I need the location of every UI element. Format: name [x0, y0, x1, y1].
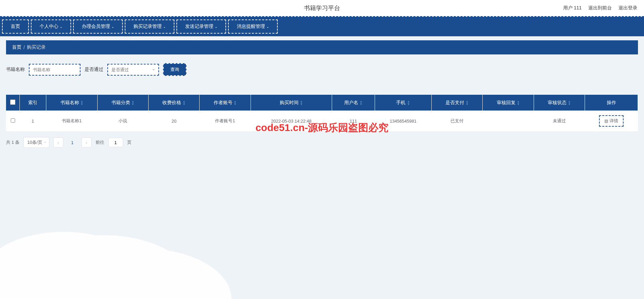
- col-review-status[interactable]: 审核状态: [534, 95, 585, 111]
- nav-label: 发送记录管理: [185, 24, 213, 30]
- col-paid[interactable]: 是否支付: [432, 95, 483, 111]
- col-action: 操作: [585, 95, 638, 111]
- chevron-down-icon: ⌄: [163, 25, 166, 29]
- col-price[interactable]: 收费价格: [149, 95, 200, 111]
- book-name-input-wrap: [29, 64, 80, 76]
- sort-icon: [234, 100, 237, 105]
- nav-message-manage[interactable]: 消息提醒管理 ⌄: [228, 19, 278, 34]
- nav-label: 消息提醒管理: [237, 24, 265, 30]
- cell-review-status: 未通过: [534, 111, 585, 132]
- pagination: 共 1 条 10条/页 ‹ 1 › 前往 页: [6, 132, 638, 153]
- breadcrumb: 首页 / 购买记录: [6, 40, 638, 54]
- col-category[interactable]: 书籍分类: [97, 95, 148, 111]
- sort-icon: [300, 100, 303, 105]
- goto-suffix: 页: [127, 139, 131, 145]
- breadcrumb-root[interactable]: 首页: [12, 44, 21, 50]
- col-buy-time[interactable]: 购买时间: [251, 95, 332, 111]
- col-author[interactable]: 作者账号: [200, 95, 251, 111]
- cell-paid: 已支付: [432, 111, 483, 132]
- table-wrap: 索引 书籍名称 书籍分类 收费价格 作者账号 购买时间 用户名 手机 是否支付 …: [6, 95, 638, 132]
- cell-author: 作者账号1: [200, 111, 251, 132]
- sort-icon: [80, 100, 84, 105]
- nav-personal-center[interactable]: 个人中心 ⌄: [31, 19, 71, 34]
- breadcrumb-separator: /: [23, 45, 25, 50]
- filter-row: 书籍名称 是否通过 查询: [6, 60, 638, 81]
- pass-label: 是否通过: [85, 67, 103, 73]
- nav-member-manage[interactable]: 办理会员管理 ⌄: [73, 19, 123, 34]
- prev-page-button[interactable]: ‹: [53, 137, 63, 147]
- table-row: 1 书籍名称1 小说 20 作者账号1 2022-05-03 14:22:48 …: [6, 111, 638, 132]
- col-index[interactable]: 索引: [19, 95, 46, 111]
- nav-home[interactable]: 首页: [2, 19, 29, 34]
- nav-label: 个人中心: [40, 24, 58, 30]
- sort-icon: [360, 100, 363, 105]
- sort-icon: [182, 100, 185, 105]
- nav-send-record[interactable]: 发送记录管理 ⌄: [176, 19, 226, 34]
- current-page[interactable]: 1: [67, 137, 77, 147]
- next-page-button[interactable]: ›: [82, 137, 92, 147]
- main-nav: 首页 个人中心 ⌄ 办理会员管理 ⌄ 购买记录管理 ⌄ 发送记录管理 ⌄ 消息提…: [0, 17, 644, 36]
- cell-phone: 13456545981: [375, 111, 431, 132]
- pass-select-wrap: [107, 64, 159, 76]
- col-phone[interactable]: 手机: [375, 95, 431, 111]
- data-table: 索引 书籍名称 书籍分类 收费价格 作者账号 购买时间 用户名 手机 是否支付 …: [6, 95, 638, 132]
- cell-price: 20: [149, 111, 200, 132]
- col-checkbox: [6, 95, 19, 111]
- nav-label: 办理会员管理: [82, 24, 110, 30]
- breadcrumb-current: 购买记录: [27, 44, 46, 50]
- col-review-reply[interactable]: 审核回复: [483, 95, 534, 111]
- cell-index: 1: [19, 111, 46, 132]
- book-name-input[interactable]: [30, 65, 80, 75]
- app-title: 书籍学习平台: [304, 4, 340, 12]
- document-icon: ▤: [604, 119, 608, 123]
- detail-label: 详情: [609, 118, 618, 124]
- logout-link[interactable]: 退出登录: [619, 5, 637, 11]
- col-book-name[interactable]: 书籍名称: [46, 95, 97, 111]
- cell-buy-time: 2022-05-03 14:22:48: [251, 111, 332, 132]
- row-checkbox[interactable]: [11, 118, 15, 123]
- cell-review-reply: [483, 111, 534, 132]
- sort-icon: [407, 100, 410, 105]
- goto-prefix: 前往: [96, 139, 104, 145]
- cell-book-name: 书籍名称1: [46, 111, 97, 132]
- sort-icon: [517, 100, 520, 105]
- book-name-label: 书籍名称: [6, 67, 25, 73]
- col-username[interactable]: 用户名: [332, 95, 375, 111]
- cell-category: 小说: [97, 111, 148, 132]
- query-button[interactable]: 查询: [163, 63, 186, 76]
- chevron-down-icon: ⌄: [60, 25, 62, 29]
- goto-front-link[interactable]: 退出到前台: [588, 5, 612, 11]
- sort-icon: [568, 100, 571, 105]
- header-bar: 书籍学习平台 用户 111 退出到前台 退出登录: [0, 0, 644, 17]
- chevron-down-icon: ⌄: [111, 25, 114, 29]
- total-text: 共 1 条: [6, 139, 19, 145]
- chevron-down-icon: ⌄: [215, 25, 217, 29]
- sort-icon: [466, 100, 469, 105]
- user-label[interactable]: 用户 111: [563, 5, 582, 11]
- header-right: 用户 111 退出到前台 退出登录: [563, 5, 637, 11]
- cloud-decoration: [0, 232, 148, 299]
- goto-page-input[interactable]: [108, 138, 123, 147]
- content-area: 书籍名称 是否通过 查询 索引 书籍名称 书籍分类 收费价格 作者账号: [6, 60, 638, 153]
- nav-label: 购买记录管理: [133, 24, 162, 30]
- detail-button[interactable]: ▤ 详情: [599, 115, 624, 127]
- pass-select[interactable]: [108, 65, 158, 75]
- nav-label: 首页: [11, 24, 20, 30]
- sort-icon: [131, 100, 135, 105]
- page-size-select[interactable]: 10条/页: [23, 137, 49, 148]
- nav-purchase-record[interactable]: 购买记录管理 ⌄: [125, 19, 174, 34]
- chevron-down-icon: ⌄: [266, 25, 269, 29]
- cell-username: 111: [332, 111, 375, 132]
- select-all-checkbox[interactable]: [10, 99, 15, 105]
